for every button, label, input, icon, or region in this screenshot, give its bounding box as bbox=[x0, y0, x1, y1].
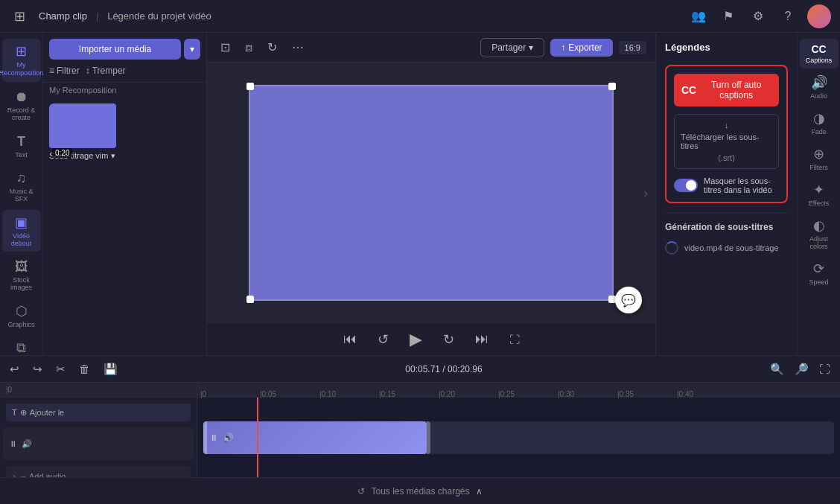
rail-item-effects[interactable]: ✦ Effects bbox=[800, 177, 839, 211]
timeline-timestamp: 00:05.71 / 00:20.96 bbox=[127, 364, 760, 374]
rail-item-audio[interactable]: 🔊 Audio bbox=[800, 70, 839, 104]
canvas-tools: ⊡ ⧈ ↻ ⋯ bbox=[216, 37, 308, 57]
timeline-body: |0 T ⊕ Ajouter le ⏸ 🔊 ♪ → Add audio bbox=[0, 383, 840, 477]
cut-button[interactable]: ✂ bbox=[52, 360, 69, 378]
fade-icon: ◑ bbox=[813, 110, 825, 127]
stock-icon: 🖼 bbox=[15, 259, 28, 275]
rail-item-filters[interactable]: ⊕ Filters bbox=[800, 141, 839, 176]
turn-off-auto-captions-button[interactable]: CC Turn off auto captions bbox=[674, 74, 779, 106]
play-button[interactable]: ▶ bbox=[405, 327, 427, 352]
user-avatar[interactable] bbox=[807, 4, 831, 28]
text-icon: T bbox=[12, 408, 17, 417]
media-thumbnail[interactable]: 0:20 Sous-titrage vim ▾ bbox=[49, 103, 200, 161]
captions-box: CC Turn off auto captions ↓ Télécharger … bbox=[665, 65, 788, 203]
chevron-down-icon: ▾ bbox=[111, 151, 115, 160]
import-caret-button[interactable]: ▾ bbox=[184, 39, 200, 60]
rewind-button[interactable]: ↺ bbox=[373, 328, 393, 351]
video-track-label: ⏸ 🔊 bbox=[3, 427, 194, 460]
people-icon[interactable]: 👥 bbox=[688, 6, 709, 27]
chat-button[interactable]: 💬 bbox=[615, 287, 642, 313]
sidebar-item-record[interactable]: ⏺ Record & create bbox=[2, 85, 41, 127]
canvas-content: ‹ › 💬 bbox=[207, 63, 655, 322]
toggle-subtitles-row: Masquer les sous-titres dans la vidéo bbox=[674, 176, 779, 194]
resize-handle-tl[interactable] bbox=[246, 83, 254, 90]
sort-option[interactable]: ↕ Tremper bbox=[86, 66, 126, 76]
mark-10: |0:10 bbox=[319, 390, 336, 398]
main-layout: ⊞ My Recomposition ⏺ Record & create T T… bbox=[0, 33, 840, 355]
rail-item-label: Fade bbox=[811, 128, 827, 135]
zoom-in-button[interactable]: 🔎 bbox=[791, 360, 812, 378]
flag-icon[interactable]: ⚑ bbox=[718, 6, 739, 27]
audio-icon: 🔊 bbox=[811, 74, 827, 91]
undo-button[interactable]: ↩ bbox=[6, 360, 23, 378]
transform-tool[interactable]: ⧈ bbox=[241, 38, 257, 57]
caption-track-label: T ⊕ Ajouter le bbox=[6, 403, 191, 421]
clip-handle-right[interactable] bbox=[427, 421, 430, 454]
grid-icon[interactable]: ⊞ bbox=[9, 6, 30, 27]
sidebar-item-graphics[interactable]: ⬡ Graphics bbox=[2, 299, 41, 333]
sidebar-item-transitions[interactable]: ⧉ Transitions bbox=[2, 336, 41, 355]
delete-button[interactable]: 🗑 bbox=[75, 360, 94, 377]
download-srt-button[interactable]: ↓ Télécharger les sous-titres (.srt) bbox=[674, 114, 779, 169]
rail-item-label: Captions bbox=[806, 57, 833, 64]
canvas-right-tools: Partager ▾ ↑ Exporter 16:9 bbox=[480, 38, 646, 57]
resize-handle-tr[interactable] bbox=[608, 83, 616, 90]
sidebar-item-video[interactable]: ▣ Vidéo debout bbox=[2, 210, 41, 252]
resize-handle-bl[interactable] bbox=[246, 296, 254, 303]
export-button[interactable]: ↑ Exporter bbox=[550, 39, 612, 57]
video-icon: ▣ bbox=[15, 214, 28, 231]
help-icon[interactable]: ? bbox=[777, 6, 798, 27]
rail-item-fade[interactable]: ◑ Fade bbox=[800, 106, 839, 140]
rail-item-captions[interactable]: CC Captions bbox=[800, 39, 839, 68]
rail-item-adjust-colors[interactable]: ◐ Adjust colors bbox=[800, 213, 839, 255]
add-audio-label: → Add audio bbox=[19, 472, 66, 477]
chevron-down-icon: ▾ bbox=[529, 42, 533, 53]
sidebar-item-stock[interactable]: 🖼 Stock images bbox=[2, 255, 41, 296]
timeline-main: |0 |0:05 |0:10 |0:15 |0:20 |0:25 |0:30 |… bbox=[197, 383, 840, 477]
fullscreen-button[interactable]: ⛶ bbox=[505, 331, 524, 348]
sidebar-item-label: Record & create bbox=[5, 106, 38, 123]
share-button[interactable]: Partager ▾ bbox=[480, 38, 544, 57]
audio-track-row bbox=[200, 457, 837, 477]
fast-forward-button[interactable]: ↻ bbox=[439, 328, 459, 351]
export-icon: ↑ bbox=[561, 42, 565, 53]
fit-button[interactable]: ⛶ bbox=[815, 360, 834, 377]
clip-handle-left[interactable] bbox=[203, 421, 207, 454]
mark-0: |0 bbox=[200, 390, 206, 398]
music-icon: ♫ bbox=[16, 170, 27, 186]
cc-icon: CC bbox=[681, 84, 696, 96]
video-track-row[interactable]: ⏸ 🔊 bbox=[203, 421, 834, 454]
filter-row: ≡ Filtrer ↕ Tremper bbox=[49, 66, 200, 76]
sidebar-item-text[interactable]: T Text bbox=[2, 130, 41, 163]
rail-item-speed[interactable]: ⟳ Speed bbox=[800, 256, 839, 290]
timeline-zoom: 🔍 🔎 ⛶ bbox=[766, 360, 834, 378]
redo-button[interactable]: ↪ bbox=[29, 360, 46, 378]
sidebar-item-my-recomposition[interactable]: ⊞ My Recomposition bbox=[2, 39, 41, 82]
audio-wave-icon: 🔊 bbox=[22, 439, 32, 449]
rotate-tool[interactable]: ↻ bbox=[263, 37, 281, 57]
rail-item-label: Speed bbox=[809, 278, 828, 286]
more-tools[interactable]: ⋯ bbox=[287, 37, 308, 57]
video-label: ⏸ 🔊 bbox=[9, 439, 32, 449]
crop-tool[interactable]: ⊡ bbox=[216, 37, 235, 57]
nav-right-icon[interactable]: › bbox=[643, 185, 648, 200]
sidebar-item-music[interactable]: ♫ Music & SFX bbox=[2, 166, 41, 207]
skip-forward-button[interactable]: ⏭ bbox=[471, 328, 493, 350]
import-media-button[interactable]: Importer un média bbox=[49, 39, 181, 60]
playhead[interactable] bbox=[257, 398, 258, 477]
skip-back-button[interactable]: ⏮ bbox=[339, 328, 361, 350]
topbar: ⊞ Champ clip | Légende du projet vidéo 👥… bbox=[0, 0, 840, 33]
save-button[interactable]: 💾 bbox=[100, 360, 121, 378]
transitions-icon: ⧉ bbox=[16, 340, 26, 355]
thumb-time: 0:20 bbox=[52, 148, 72, 158]
settings-icon[interactable]: ⚙ bbox=[748, 6, 769, 27]
filter-option[interactable]: ≡ Filtrer bbox=[49, 66, 80, 76]
download-icon: ↓ bbox=[725, 121, 729, 130]
sidebar-item-label: Graphics bbox=[7, 321, 34, 328]
media-panel-header: Importer un média ▾ ≡ Filtrer ↕ Tremper bbox=[43, 33, 206, 83]
video-clip[interactable]: ⏸ 🔊 bbox=[203, 421, 427, 454]
zoom-out-button[interactable]: 🔍 bbox=[766, 360, 788, 378]
toggle-subtitles[interactable] bbox=[674, 179, 698, 192]
chevron-up-icon[interactable]: ∧ bbox=[476, 486, 483, 497]
mark-15: |0:15 bbox=[379, 390, 395, 398]
